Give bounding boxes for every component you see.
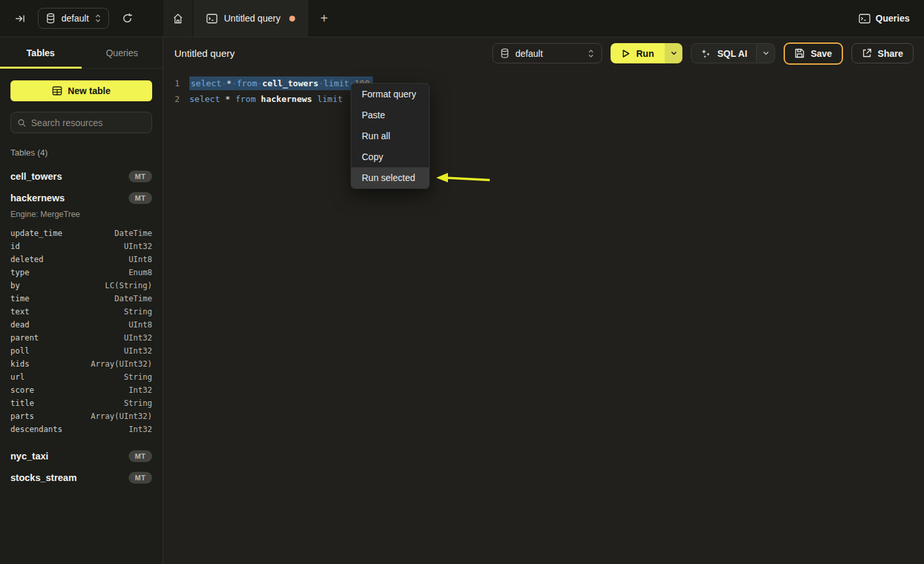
sidebar-tab-tables[interactable]: Tables [0,38,82,68]
schema-row: typeEnum8 [10,266,152,279]
topbar-left-section: default [0,0,163,37]
engine-badge: MT [129,171,152,182]
menu-item-run-selected[interactable]: Run selected [351,167,429,188]
menu-item-format-query[interactable]: Format query [351,84,429,105]
table-row-hackernews[interactable]: hackernews MT [10,187,152,208]
collapse-sidebar-icon[interactable] [10,9,29,27]
column-name: by [10,281,20,290]
schema-row: textString [10,305,152,318]
share-button[interactable]: Share [852,43,914,63]
main-area: Untitled query default Run [164,38,924,564]
column-name: descendants [10,425,62,434]
run-button[interactable]: Run [611,43,665,63]
whitespace-dot: · [257,78,263,88]
schema-row: idUInt32 [10,240,152,253]
tab-untitled-query[interactable]: Untitled query [193,0,308,37]
sql-ai-button[interactable]: SQL AI [691,43,756,63]
token-op: * [227,78,232,88]
column-name: time [10,294,29,303]
query-toolbar: Untitled query default Run [164,38,924,69]
tables-list: Tables (4) cell_towers MT hackernews MT … [0,133,163,488]
column-name: update_time [10,229,62,238]
sql-editor[interactable]: 1select·*·from·cell_towers·limit·1002sel… [164,69,924,107]
top-bar: default Untitled query + [0,0,924,37]
column-type: UInt32 [124,242,152,251]
sql-ai-caret[interactable] [756,43,775,63]
column-name: type [10,268,29,277]
home-button[interactable] [163,0,193,37]
engine-badge: MT [129,450,152,462]
column-type: String [124,373,152,382]
table-row-stocks-stream[interactable]: stocks_stream MT [10,467,152,488]
save-icon [795,48,805,58]
column-type: LC(String) [105,281,152,290]
toolbar-database-value: default [515,48,582,59]
column-type: Int32 [129,386,152,395]
schema-row: urlString [10,371,152,384]
menu-item-copy[interactable]: Copy [351,146,429,167]
column-name: deleted [10,255,44,264]
share-icon [862,48,872,58]
run-options-caret[interactable] [665,43,682,63]
schema-row: deletedUInt8 [10,253,152,266]
column-name: parts [10,412,34,421]
database-selector[interactable]: default [38,8,109,29]
chevron-down-icon [671,51,677,56]
schema-row: descendantsInt32 [10,423,152,436]
column-name: dead [10,320,29,329]
share-button-label: Share [878,48,903,59]
schema-row: scoreInt32 [10,384,152,397]
refresh-icon[interactable] [118,9,136,27]
column-type: String [124,399,152,408]
chevron-down-icon [763,51,769,56]
code-line: 2select * from hackernews limit [164,91,924,107]
query-title: Untitled query [174,48,235,59]
table-name: nyc_taxi [10,451,48,461]
toolbar-database-selector[interactable]: default [492,43,602,63]
line-number: 2 [164,94,180,104]
code-line: 1select·*·from·cell_towers·limit·100 [164,75,924,91]
search-box [10,112,152,133]
new-tab-button[interactable]: + [308,0,340,37]
sparkles-icon [701,48,711,59]
schema-row: partsArray(UInt32) [10,410,152,423]
column-type: Array(UInt32) [91,359,152,369]
sql-ai-button-group: SQL AI [691,43,775,63]
schema-list: update_timeDateTimeidUInt32deletedUInt8t… [10,227,152,436]
new-table-button[interactable]: New table [10,80,152,101]
save-button[interactable]: Save [784,42,843,65]
token-op: * [225,94,231,104]
column-type: Array(UInt32) [91,412,152,421]
database-selector-value: default [61,13,89,24]
menu-item-run-all[interactable]: Run all [351,125,429,146]
table-row-nyc-taxi[interactable]: nyc_taxi MT [10,445,152,467]
schema-row: pollUInt32 [10,344,152,357]
editor-lines: 1select·*·from·cell_towers·limit·1002sel… [164,75,924,107]
column-name: url [10,373,25,382]
token-kw: select [191,78,221,88]
search-input[interactable] [31,118,145,128]
whitespace-dot: · [319,78,324,88]
engine-label: Engine: MergeTree [10,210,152,219]
sidebar: Tables Queries New table Tables (4) cell… [0,38,163,564]
column-name: text [10,307,29,316]
schema-row: kidsArray(UInt32) [10,357,152,371]
line-number: 1 [164,78,180,88]
table-row-cell-towers[interactable]: cell_towers MT [10,165,152,187]
menu-item-paste[interactable]: Paste [351,105,429,125]
sidebar-tab-queries[interactable]: Queries [82,38,163,68]
column-type: String [124,307,152,316]
engine-badge: MT [129,472,152,484]
schema-row: timeDateTime [10,292,152,305]
column-name: score [10,386,34,395]
column-name: kids [10,359,29,369]
queries-button[interactable]: Queries [844,0,924,37]
home-icon [172,13,183,24]
queries-button-label: Queries [876,13,910,24]
queries-icon [859,14,870,24]
column-type: DateTime [114,294,152,303]
run-button-group: Run [611,43,682,63]
tab-strip: Untitled query + [163,0,844,37]
editor-context-menu: Format queryPasteRun allCopyRun selected [351,83,430,189]
whitespace-dot: · [221,78,227,88]
